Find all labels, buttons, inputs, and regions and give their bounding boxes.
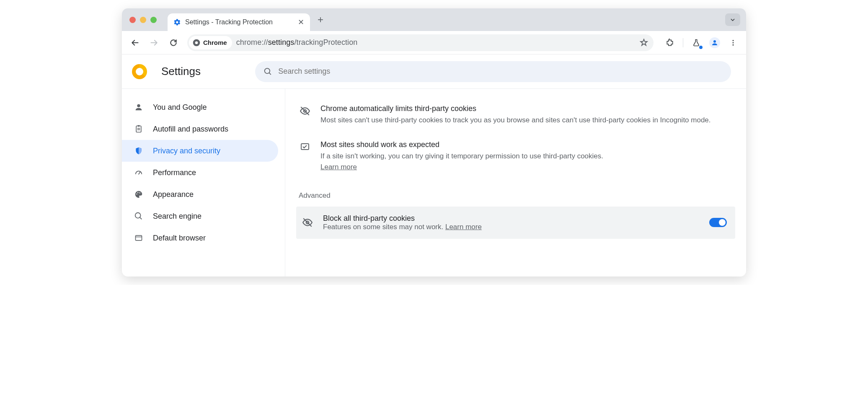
- flask-icon: [692, 39, 700, 47]
- chevron-down-icon: [730, 17, 736, 23]
- sidebar-item-performance[interactable]: Performance: [122, 162, 278, 183]
- info-row-sites-work: Most sites should work as expected If a …: [296, 134, 735, 181]
- reload-button[interactable]: [165, 35, 181, 51]
- sidebar-item-label: You and Google: [153, 103, 207, 112]
- advanced-label: Advanced: [299, 191, 735, 200]
- svg-point-4: [733, 42, 734, 43]
- speedometer-icon: [134, 168, 144, 177]
- back-button[interactable]: [127, 35, 143, 51]
- tab-title: Settings - Tracking Protection: [185, 18, 293, 26]
- svg-point-3: [733, 40, 734, 41]
- svg-point-10: [136, 194, 137, 194]
- learn-more-link[interactable]: Learn more: [445, 223, 482, 231]
- notification-dot: [699, 46, 703, 49]
- chrome-icon: [192, 39, 201, 47]
- site-chip-label: Chrome: [203, 39, 227, 46]
- close-tab-icon[interactable]: ✕: [298, 18, 304, 27]
- svg-rect-14: [136, 235, 142, 240]
- separator: [683, 38, 683, 47]
- svg-point-5: [733, 44, 734, 45]
- card-desc: Features on some sites may not work.: [323, 223, 445, 231]
- window-controls: [129, 17, 157, 23]
- svg-point-12: [140, 192, 140, 193]
- sidebar-item-label: Autofill and passwords: [153, 125, 228, 134]
- visibility-off-icon: [301, 217, 314, 228]
- tab-bar: Settings - Tracking Protection ✕ +: [122, 8, 746, 31]
- sidebar-item-label: Privacy and security: [153, 147, 220, 155]
- person-icon: [134, 103, 144, 112]
- sidebar-item-label: Default browser: [153, 234, 206, 243]
- sidebar-item-appearance[interactable]: Appearance: [122, 183, 278, 205]
- shield-icon: [134, 146, 144, 155]
- chrome-logo-icon: [132, 64, 147, 79]
- site-chip[interactable]: Chrome: [189, 36, 232, 49]
- svg-point-1: [195, 41, 198, 44]
- reload-icon: [169, 39, 178, 47]
- maximize-window-button[interactable]: [150, 17, 157, 23]
- settings-body: You and Google Autofill and passwords Pr…: [122, 89, 746, 277]
- sidebar-item-privacy[interactable]: Privacy and security: [122, 140, 278, 162]
- settings-gear-icon: [173, 18, 181, 26]
- palette-icon: [134, 190, 144, 199]
- overflow-menu-button[interactable]: [725, 35, 741, 51]
- card-title: Block all third-party cookies: [323, 214, 482, 223]
- arrow-left-icon: [131, 39, 139, 47]
- sidebar-item-you-and-google[interactable]: You and Google: [122, 96, 278, 118]
- svg-point-6: [265, 68, 270, 73]
- forward-button[interactable]: [146, 35, 162, 51]
- more-vert-icon: [729, 39, 737, 47]
- arrow-right-icon: [150, 39, 158, 47]
- close-window-button[interactable]: [129, 17, 136, 23]
- toolbar-actions: [662, 35, 741, 51]
- svg-point-13: [135, 213, 141, 218]
- browser-tab[interactable]: Settings - Tracking Protection ✕: [168, 13, 310, 31]
- svg-rect-8: [136, 126, 141, 132]
- svg-point-11: [137, 192, 138, 193]
- info-desc: Most sites can't use third-party cookies…: [320, 116, 711, 124]
- sidebar-item-label: Search engine: [153, 212, 202, 221]
- learn-more-link[interactable]: Learn more: [320, 163, 357, 171]
- content-area: Chrome automatically limits third-party …: [285, 89, 746, 277]
- clipboard-icon: [134, 124, 144, 134]
- search-settings-box[interactable]: [255, 61, 731, 82]
- block-cookies-toggle[interactable]: [709, 218, 727, 227]
- sidebar-item-default-browser[interactable]: Default browser: [122, 227, 278, 249]
- avatar-icon: [709, 37, 720, 48]
- sidebar-item-label: Performance: [153, 168, 196, 177]
- svg-rect-9: [138, 125, 140, 127]
- info-title: Chrome automatically limits third-party …: [320, 103, 711, 115]
- browser-window: Settings - Tracking Protection ✕ + Chrom…: [122, 8, 746, 277]
- block-all-cookies-row[interactable]: Block all third-party cookies Features o…: [296, 207, 735, 239]
- svg-point-7: [137, 104, 140, 107]
- page-title: Settings: [161, 65, 201, 78]
- info-title: Most sites should work as expected: [320, 139, 603, 151]
- info-row-limit-cookies: Chrome automatically limits third-party …: [296, 98, 735, 134]
- toolbar: Chrome chrome://settings/trackingProtect…: [122, 31, 746, 54]
- address-bar[interactable]: Chrome chrome://settings/trackingProtect…: [187, 34, 654, 51]
- profile-button[interactable]: [707, 35, 723, 51]
- checkbox-icon: [299, 139, 311, 173]
- svg-point-2: [713, 40, 716, 43]
- info-desc: If a site isn't working, you can try giv…: [320, 152, 603, 160]
- settings-header: Settings: [122, 54, 746, 89]
- sidebar-item-search-engine[interactable]: Search engine: [122, 205, 278, 227]
- extensions-button[interactable]: [662, 35, 678, 51]
- browser-icon: [134, 234, 144, 242]
- minimize-window-button[interactable]: [140, 17, 146, 23]
- bookmark-button[interactable]: [639, 38, 648, 47]
- labs-button[interactable]: [688, 35, 704, 51]
- visibility-off-icon: [299, 103, 311, 126]
- search-icon: [134, 212, 144, 221]
- puzzle-icon: [666, 39, 674, 47]
- sidebar-item-label: Appearance: [153, 190, 194, 199]
- search-icon: [264, 67, 272, 76]
- star-icon: [639, 38, 648, 47]
- sidebar-item-autofill[interactable]: Autofill and passwords: [122, 118, 278, 140]
- search-settings-input[interactable]: [278, 67, 723, 76]
- new-tab-button[interactable]: +: [318, 14, 323, 26]
- tab-overflow-button[interactable]: [725, 13, 740, 26]
- url-text: chrome://settings/trackingProtection: [236, 38, 358, 47]
- sidebar: You and Google Autofill and passwords Pr…: [122, 89, 285, 277]
